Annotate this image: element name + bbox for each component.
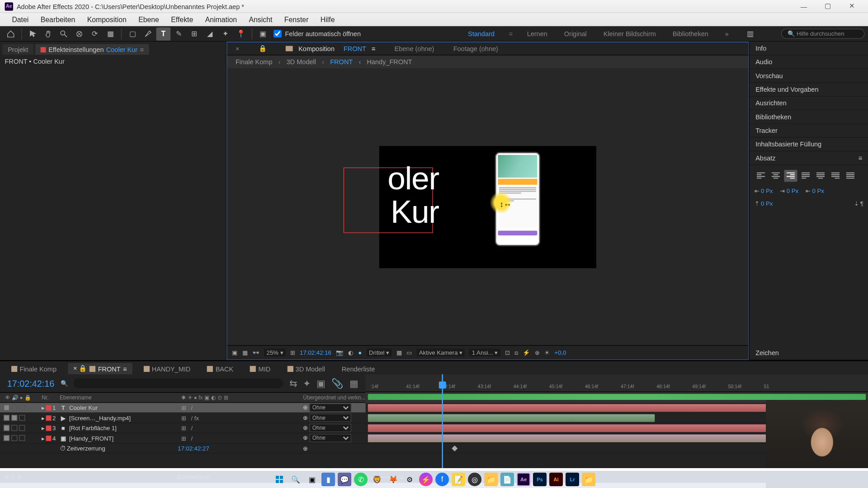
align-right-icon[interactable] — [784, 170, 797, 182]
comp-close-icon[interactable]: × — [232, 44, 243, 53]
justify-all-icon[interactable] — [844, 170, 857, 182]
shape-tool[interactable]: ▢ — [125, 27, 140, 40]
eraser-tool[interactable]: ◢ — [203, 27, 217, 40]
bc-3d[interactable]: 3D Modell — [284, 58, 318, 66]
tb-firefox[interactable]: 🦊 — [387, 473, 400, 486]
menu-animation[interactable]: Animation — [199, 15, 243, 23]
tb-notes[interactable]: 📝 — [452, 473, 465, 486]
resolution-icon[interactable]: ⊞ — [290, 349, 295, 356]
justify-left-icon[interactable] — [799, 170, 812, 182]
space-after[interactable]: ⇣ ¶ — [854, 200, 863, 207]
puppet-tool[interactable]: 📍 — [234, 27, 248, 40]
tlt-mid[interactable]: MID — [245, 364, 276, 375]
viewer-timecode[interactable]: 17:02:42:16 — [300, 349, 331, 356]
comp-tab-ebene[interactable]: Ebene (ohne) — [391, 44, 438, 53]
text-layer-render[interactable]: oler Kur — [379, 161, 439, 229]
tl-tool3[interactable]: ▣ — [316, 378, 326, 389]
tb-obs[interactable]: ◎ — [468, 473, 481, 486]
layer-row[interactable]: ▸4 ▣[Handy_FRONT] ⊞ / ⊕ Ohne — [0, 433, 366, 443]
menu-komposition[interactable]: Komposition — [81, 15, 132, 23]
maximize-button[interactable]: ▢ — [816, 0, 840, 13]
comp-tab-footage[interactable]: Footage (ohne) — [450, 44, 502, 53]
tlt-back[interactable]: BACK — [202, 364, 239, 375]
close-button[interactable]: ✕ — [840, 0, 863, 13]
menu-datei[interactable]: Datei — [6, 15, 34, 23]
menu-ebene[interactable]: Ebene — [132, 15, 165, 23]
panel-toggle-icon[interactable]: ▣ — [256, 27, 270, 40]
exposure-icon[interactable]: ☀ — [544, 349, 550, 356]
auto-open-checkbox[interactable] — [274, 30, 281, 38]
menu-effekte[interactable]: Effekte — [165, 15, 199, 23]
tb-taskview[interactable]: ▣ — [305, 473, 319, 486]
ws-kleiner[interactable]: Kleiner Bildschirm — [601, 29, 658, 38]
zoom-dropdown[interactable]: 25% ▾ — [264, 349, 285, 357]
panel-bibliotheken[interactable]: Bibliotheken — [750, 110, 868, 124]
tb-notepad[interactable]: 📄 — [500, 473, 514, 486]
help-search[interactable]: 🔍 Hilfe durchsuchen — [781, 28, 865, 38]
menu-ansicht[interactable]: Ansicht — [243, 15, 278, 23]
panel-audio[interactable]: Audio — [750, 56, 868, 69]
camera-tool[interactable]: ▦ — [103, 27, 118, 40]
type-tool[interactable]: T — [156, 27, 171, 40]
hand-tool[interactable] — [41, 27, 56, 40]
menu-hilfe[interactable]: Hilfe — [315, 15, 341, 23]
bc-front[interactable]: FRONT — [328, 58, 355, 66]
selection-tool[interactable] — [26, 27, 40, 40]
tb-messenger[interactable]: ⚡ — [419, 473, 433, 486]
tb-brave[interactable]: 🦁 — [370, 473, 384, 486]
viewport[interactable]: oler Kur ↕↔ — [227, 69, 749, 345]
tb-lr[interactable]: Lr — [566, 473, 579, 486]
tb-files[interactable]: 📁 — [484, 473, 498, 486]
tb-ae[interactable]: Ae — [517, 473, 530, 486]
bc-handy[interactable]: Handy_FRONT — [364, 58, 415, 66]
3d-icon[interactable]: ⧈ — [514, 349, 518, 356]
tl-tool4[interactable]: 📎 — [331, 378, 343, 389]
search-icon[interactable]: 🔍 — [61, 380, 68, 387]
property-row[interactable]: ⏱ Zeitverzerrung 17:02:42:27 ⊕ — [0, 443, 366, 453]
tlt-3d[interactable]: 3D Modell — [282, 364, 330, 375]
align-center-icon[interactable] — [769, 170, 783, 182]
justify-center-icon[interactable] — [814, 170, 827, 182]
ws-overflow[interactable]: » — [722, 29, 731, 38]
panel-info[interactable]: Info — [750, 42, 868, 55]
rotate-tool[interactable]: ⟳ — [88, 27, 102, 40]
render-icon[interactable]: ⚡ — [523, 349, 530, 356]
tb-app1[interactable]: ⚙ — [403, 473, 416, 486]
timeline-search[interactable] — [74, 379, 283, 388]
orbit-tool[interactable] — [72, 27, 87, 40]
space-before[interactable]: ⇡0 Px — [755, 200, 773, 207]
region-icon[interactable]: ▭ — [406, 349, 412, 356]
tb-start[interactable] — [273, 473, 286, 486]
menu-bearbeiten[interactable]: Bearbeiten — [35, 15, 81, 23]
fast-preview-icon[interactable]: ⊕ — [535, 349, 540, 356]
camera-dropdown[interactable]: Aktive Kamera ▾ — [416, 349, 465, 357]
views-dropdown[interactable]: 1 Ansi... ▾ — [470, 349, 500, 357]
align-left-icon[interactable] — [755, 170, 768, 182]
tb-ps[interactable]: Ps — [533, 473, 547, 486]
layer-row[interactable]: ▸1 TCooler Kur ⊞ / ⊕ Ohne — [0, 403, 366, 413]
tlt-render[interactable]: Renderliste — [336, 364, 380, 375]
indent-right[interactable]: ⇤0 Px — [806, 188, 824, 194]
mask-icon[interactable]: 👓 — [252, 349, 259, 356]
panel-ausrichten[interactable]: Ausrichten — [750, 97, 868, 110]
tb-facebook[interactable]: f — [435, 473, 449, 486]
tb-ai[interactable]: Ai — [549, 473, 563, 486]
tab-projekt[interactable]: Projekt — [2, 44, 33, 55]
canvas[interactable]: oler Kur ↕↔ — [379, 145, 596, 267]
ws-original[interactable]: Original — [561, 29, 589, 38]
pen-tool[interactable] — [141, 27, 155, 40]
panel-vorschau[interactable]: Vorschau — [750, 69, 868, 83]
panel-effekte[interactable]: Effekte und Vorgaben — [750, 83, 868, 96]
comp-lock-icon[interactable]: 🔒 — [255, 43, 270, 53]
exposure-value[interactable]: +0,0 — [554, 349, 566, 356]
layer-row[interactable]: ▸2 ▶[Screen…_Handy.mp4] ⊞ / fx ⊕ Ohne — [0, 413, 366, 423]
panel-tracker[interactable]: Tracker — [750, 124, 868, 137]
ws-lernen[interactable]: Lernen — [524, 29, 550, 38]
panel-zeichen[interactable]: Zeichen — [750, 346, 868, 360]
comp-tab-main[interactable]: Komposition FRONT ≡ — [282, 44, 379, 53]
resolution-dropdown[interactable]: Drittel ▾ — [367, 349, 392, 357]
brush-tool[interactable]: ✎ — [172, 27, 186, 40]
view-opts-icon[interactable]: ⊡ — [505, 349, 510, 356]
clone-tool[interactable]: ⊞ — [187, 27, 202, 40]
tl-tool1[interactable]: ⇆ — [289, 378, 297, 389]
